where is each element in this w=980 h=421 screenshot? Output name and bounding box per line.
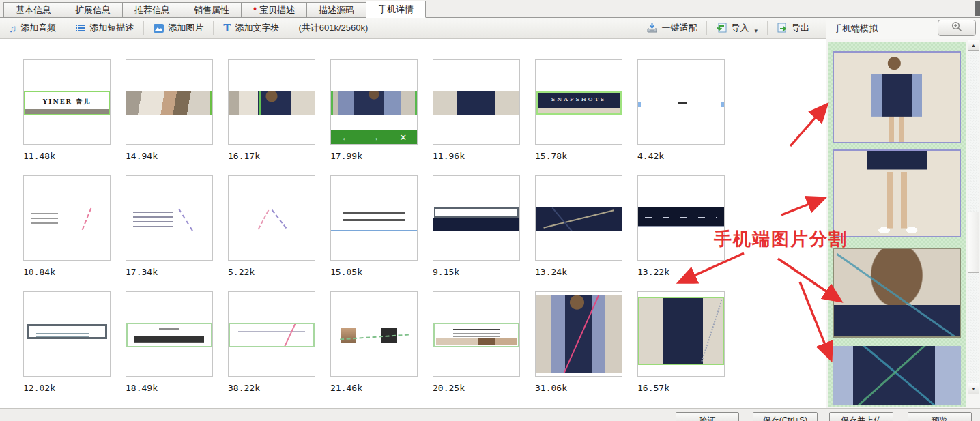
tab-基本信息[interactable]: 基本信息 [3, 2, 63, 17]
image-band-halfnavy [433, 207, 519, 231]
image-action-bar: ←→✕ [331, 130, 417, 144]
tab-描述源码[interactable]: 描述源码 [306, 2, 366, 17]
thumbnail-image [330, 175, 418, 261]
add-text-block-label: 添加文字块 [235, 22, 279, 34]
thumbnail-card[interactable]: 16.17k [228, 59, 315, 161]
tab-扩展信息[interactable]: 扩展信息 [63, 2, 123, 17]
tab-label: 推荐信息 [134, 4, 170, 16]
scrollbar-thumb[interactable] [968, 212, 979, 273]
import-icon [717, 23, 727, 33]
export-label: 导出 [792, 22, 809, 34]
add-image-button[interactable]: 添加图片 [145, 18, 212, 38]
toolbar-spacer [376, 18, 638, 38]
image-band-modeltop [229, 91, 315, 115]
thumbnail-image [535, 175, 622, 261]
image-band-twophotos [331, 323, 417, 347]
export-button[interactable]: 导出 [768, 18, 818, 38]
preview-segment-face-closeup[interactable] [833, 248, 961, 338]
thumbnail-card[interactable]: 13.24k [535, 175, 622, 277]
thumbnail-card[interactable]: YINER 音儿11.48k [23, 59, 111, 161]
import-dropdown-caret-icon[interactable]: ▾ [754, 27, 758, 38]
import-label: 导入 [731, 22, 749, 34]
thumbnail-card[interactable]: 4.42k [637, 59, 725, 161]
preview-segment-model-full[interactable] [833, 51, 961, 143]
thumbnail-card[interactable]: 10.84k [23, 175, 111, 277]
footer-button-3[interactable]: 保存并上传 [829, 412, 893, 421]
footer-bar: 验证保存(Ctrl+S)保存并上传预览 [0, 408, 980, 421]
one-click-fit-button[interactable]: 一键适配 [638, 18, 706, 38]
image-band-logo: YINER 音儿 [24, 91, 110, 115]
description-canvas: YINER 音儿11.48k14.94k16.17k←→✕17.99k11.96… [0, 39, 826, 408]
thumbnail-image: SNAPSHOTS [535, 59, 622, 145]
delete-icon[interactable]: ✕ [399, 132, 407, 143]
add-short-description-button[interactable]: 添加短描述 [67, 18, 143, 38]
image-band-navydashes [638, 207, 724, 231]
footer-button-1[interactable]: 验证 [676, 412, 739, 421]
thumbnail-card[interactable]: 14.94k [126, 59, 213, 161]
tab-label: 基本信息 [16, 4, 51, 16]
tab-推荐信息[interactable]: 推荐信息 [122, 2, 182, 17]
move-right-icon[interactable]: → [371, 132, 379, 143]
thumbnail-card[interactable]: 17.34k [126, 175, 213, 277]
thumbnail-card[interactable]: 38.22k [228, 291, 315, 393]
tab-宝贝描述[interactable]: *宝贝描述 [241, 2, 307, 17]
thumbnail-image [433, 59, 520, 145]
thumbnail-size-label: 16.17k [228, 151, 315, 161]
add-audio-button[interactable]: ♫ 添加音频 [0, 18, 65, 38]
preview-segment-legs-heels[interactable] [833, 149, 961, 237]
tab-label: 宝贝描述 [259, 4, 295, 16]
thumbnail-size-label: 10.84k [23, 267, 111, 277]
thumbnail-card[interactable]: 13.22k [637, 175, 725, 277]
image-band-textgreen [433, 323, 519, 347]
thumbnail-size-label: 9.15k [433, 267, 520, 277]
add-image-label: 添加图片 [168, 22, 203, 34]
thumbnail-image [637, 175, 725, 261]
thumbnail-card[interactable]: 16.57k [637, 291, 725, 393]
tab-label: 手机详情 [378, 3, 414, 16]
thumbnail-image [330, 291, 418, 377]
tab-手机详情[interactable]: 手机详情 [366, 1, 426, 18]
zoom-preview-button[interactable] [938, 20, 976, 36]
tab-bar: 基本信息扩展信息推荐信息销售属性*宝贝描述描述源码手机详情 [0, 0, 980, 18]
tab-label: 扩展信息 [75, 4, 111, 16]
toolbar-separator [767, 21, 768, 35]
mobile-preview-split-container [828, 42, 966, 407]
thumbnail-card[interactable]: 18.49k [126, 291, 213, 393]
import-button[interactable]: 导入 ▾ [708, 18, 766, 38]
magnifier-plus-icon [951, 21, 962, 35]
add-text-block-button[interactable]: T 添加文字块 [214, 18, 288, 38]
image-band-vest [331, 91, 417, 115]
thumbnail-image [126, 59, 213, 145]
thumbnail-card[interactable]: 5.22k [228, 175, 315, 277]
thumbnail-image [23, 175, 111, 261]
text-icon: T [223, 22, 231, 34]
footer-button-2[interactable]: 保存(Ctrl+S) [753, 412, 818, 421]
scroll-down-icon[interactable]: ▼ [968, 383, 979, 394]
thumbnail-card[interactable]: 11.96k [433, 59, 520, 161]
thumbnail-size-label: 15.05k [330, 267, 418, 277]
thumbnail-card[interactable]: 15.05k [330, 175, 418, 277]
move-left-icon[interactable]: ← [341, 132, 350, 143]
thumbnail-card[interactable]: 9.15k [433, 175, 520, 277]
thumbnail-card[interactable]: 12.02k [23, 291, 111, 393]
thumbnail-size-label: 17.34k [126, 267, 213, 277]
thumbnail-card[interactable]: SNAPSHOTS15.78k [535, 59, 622, 161]
thumbnail-size-label: 4.42k [637, 151, 725, 161]
tab-label: 销售属性 [194, 4, 229, 16]
thumbnail-size-label: 5.22k [228, 267, 315, 277]
preview-segment-vest-closeup[interactable] [833, 346, 961, 405]
thumbnail-card[interactable]: 21.46k [330, 291, 418, 393]
required-mark: * [253, 5, 257, 15]
footer-button-4[interactable]: 预览 [908, 412, 972, 421]
thumbnail-card[interactable]: 31.06k [535, 291, 622, 393]
thumbnail-image [535, 291, 622, 377]
image-band-navbar [126, 323, 212, 347]
thumbnail-card[interactable]: 20.25k [433, 291, 520, 393]
scroll-up-icon[interactable]: ▲ [968, 40, 979, 51]
thumbnail-size-label: 15.78k [535, 151, 622, 161]
tab-销售属性[interactable]: 销售属性 [182, 2, 242, 17]
thumbnail-size-label: 12.02k [23, 383, 111, 393]
preview-panel-header: 手机端模拟 [826, 18, 980, 39]
inbox-download-icon [647, 23, 657, 33]
thumbnail-card[interactable]: ←→✕17.99k [330, 59, 418, 161]
